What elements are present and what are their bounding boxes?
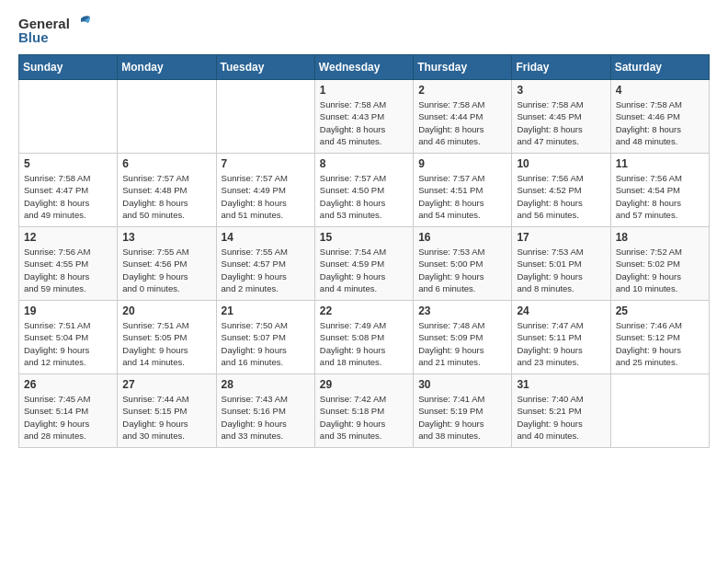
day-info: Sunrise: 7:43 AM Sunset: 5:16 PM Dayligh… (222, 393, 310, 442)
day-number: 1 (320, 84, 408, 97)
day-cell-17: 17Sunrise: 7:53 AM Sunset: 5:01 PM Dayli… (512, 227, 610, 301)
day-cell-19: 19Sunrise: 7:51 AM Sunset: 5:04 PM Dayli… (19, 301, 118, 374)
col-header-sunday: Sunday (19, 55, 118, 80)
day-cell-4: 4Sunrise: 7:58 AM Sunset: 4:46 PM Daylig… (610, 80, 709, 154)
day-info: Sunrise: 7:40 AM Sunset: 5:21 PM Dayligh… (517, 393, 605, 442)
day-cell-31: 31Sunrise: 7:40 AM Sunset: 5:21 PM Dayli… (512, 374, 610, 448)
logo-container: General Blue (18, 15, 92, 45)
day-info: Sunrise: 7:52 AM Sunset: 5:02 PM Dayligh… (616, 246, 704, 294)
day-number: 30 (418, 378, 506, 391)
day-info: Sunrise: 7:57 AM Sunset: 4:48 PM Dayligh… (122, 172, 210, 221)
day-cell-28: 28Sunrise: 7:43 AM Sunset: 5:16 PM Dayli… (216, 374, 314, 448)
day-info: Sunrise: 7:44 AM Sunset: 5:15 PM Dayligh… (122, 393, 210, 442)
day-cell-14: 14Sunrise: 7:55 AM Sunset: 4:57 PM Dayli… (216, 227, 314, 301)
header-row: SundayMondayTuesdayWednesdayThursdayFrid… (19, 55, 710, 80)
day-cell-11: 11Sunrise: 7:56 AM Sunset: 4:54 PM Dayli… (610, 154, 709, 227)
day-number: 9 (418, 157, 506, 170)
week-row-2: 5Sunrise: 7:58 AM Sunset: 4:47 PM Daylig… (19, 154, 710, 227)
day-info: Sunrise: 7:58 AM Sunset: 4:43 PM Dayligh… (320, 98, 408, 147)
week-row-4: 19Sunrise: 7:51 AM Sunset: 5:04 PM Dayli… (19, 301, 710, 374)
day-cell-6: 6Sunrise: 7:57 AM Sunset: 4:48 PM Daylig… (118, 154, 216, 227)
day-cell-22: 22Sunrise: 7:49 AM Sunset: 5:08 PM Dayli… (314, 301, 413, 374)
header: General Blue (18, 15, 710, 45)
day-cell-29: 29Sunrise: 7:42 AM Sunset: 5:18 PM Dayli… (314, 374, 413, 448)
week-row-5: 26Sunrise: 7:45 AM Sunset: 5:14 PM Dayli… (19, 374, 710, 448)
day-info: Sunrise: 7:45 AM Sunset: 5:14 PM Dayligh… (24, 393, 112, 442)
day-number: 13 (122, 231, 210, 244)
day-info: Sunrise: 7:51 AM Sunset: 5:04 PM Dayligh… (24, 319, 112, 368)
calendar-table: SundayMondayTuesdayWednesdayThursdayFrid… (18, 54, 710, 448)
day-cell-8: 8Sunrise: 7:57 AM Sunset: 4:50 PM Daylig… (314, 154, 413, 227)
day-info: Sunrise: 7:57 AM Sunset: 4:50 PM Dayligh… (320, 172, 408, 221)
day-cell-7: 7Sunrise: 7:57 AM Sunset: 4:49 PM Daylig… (216, 154, 314, 227)
logo: General Blue (18, 15, 92, 45)
logo-blue-text: Blue (18, 29, 49, 45)
day-info: Sunrise: 7:57 AM Sunset: 4:51 PM Dayligh… (418, 172, 506, 221)
day-number: 25 (616, 304, 704, 317)
day-cell-13: 13Sunrise: 7:55 AM Sunset: 4:56 PM Dayli… (118, 227, 216, 301)
day-number: 29 (320, 378, 408, 391)
day-info: Sunrise: 7:57 AM Sunset: 4:49 PM Dayligh… (222, 172, 310, 221)
day-info: Sunrise: 7:56 AM Sunset: 4:55 PM Dayligh… (24, 246, 112, 294)
day-number: 27 (122, 378, 210, 391)
day-number: 8 (320, 157, 408, 170)
day-info: Sunrise: 7:53 AM Sunset: 5:00 PM Dayligh… (418, 246, 506, 294)
day-cell-21: 21Sunrise: 7:50 AM Sunset: 5:07 PM Dayli… (216, 301, 314, 374)
day-cell-2: 2Sunrise: 7:58 AM Sunset: 4:44 PM Daylig… (414, 80, 512, 154)
day-number: 7 (222, 157, 310, 170)
col-header-tuesday: Tuesday (216, 55, 314, 80)
day-number: 28 (222, 378, 310, 391)
day-info: Sunrise: 7:56 AM Sunset: 4:52 PM Dayligh… (517, 172, 605, 221)
day-number: 6 (122, 157, 210, 170)
day-number: 10 (517, 157, 605, 170)
day-cell-26: 26Sunrise: 7:45 AM Sunset: 5:14 PM Dayli… (19, 374, 118, 448)
day-number: 14 (222, 231, 310, 244)
day-number: 24 (517, 304, 605, 317)
col-header-monday: Monday (118, 55, 216, 80)
day-info: Sunrise: 7:48 AM Sunset: 5:09 PM Dayligh… (418, 319, 506, 368)
day-cell-24: 24Sunrise: 7:47 AM Sunset: 5:11 PM Dayli… (512, 301, 610, 374)
day-number: 19 (24, 304, 112, 317)
day-cell-18: 18Sunrise: 7:52 AM Sunset: 5:02 PM Dayli… (610, 227, 709, 301)
day-number: 20 (122, 304, 210, 317)
day-info: Sunrise: 7:51 AM Sunset: 5:05 PM Dayligh… (122, 319, 210, 368)
day-info: Sunrise: 7:49 AM Sunset: 5:08 PM Dayligh… (320, 319, 408, 368)
day-cell-12: 12Sunrise: 7:56 AM Sunset: 4:55 PM Dayli… (19, 227, 118, 301)
day-cell-10: 10Sunrise: 7:56 AM Sunset: 4:52 PM Dayli… (512, 154, 610, 227)
col-header-saturday: Saturday (610, 55, 709, 80)
col-header-friday: Friday (512, 55, 610, 80)
day-info: Sunrise: 7:53 AM Sunset: 5:01 PM Dayligh… (517, 246, 605, 294)
day-number: 17 (517, 231, 605, 244)
empty-cell (216, 80, 314, 154)
day-number: 18 (616, 231, 704, 244)
day-number: 5 (24, 157, 112, 170)
day-info: Sunrise: 7:55 AM Sunset: 4:56 PM Dayligh… (122, 246, 210, 294)
day-number: 12 (24, 231, 112, 244)
empty-cell (610, 374, 709, 448)
day-info: Sunrise: 7:47 AM Sunset: 5:11 PM Dayligh… (517, 319, 605, 368)
day-info: Sunrise: 7:56 AM Sunset: 4:54 PM Dayligh… (616, 172, 704, 221)
day-cell-20: 20Sunrise: 7:51 AM Sunset: 5:05 PM Dayli… (118, 301, 216, 374)
day-number: 16 (418, 231, 506, 244)
day-cell-5: 5Sunrise: 7:58 AM Sunset: 4:47 PM Daylig… (19, 154, 118, 227)
day-number: 15 (320, 231, 408, 244)
day-info: Sunrise: 7:58 AM Sunset: 4:44 PM Dayligh… (418, 98, 506, 147)
day-info: Sunrise: 7:58 AM Sunset: 4:47 PM Dayligh… (24, 172, 112, 221)
day-info: Sunrise: 7:46 AM Sunset: 5:12 PM Dayligh… (616, 319, 704, 368)
day-cell-30: 30Sunrise: 7:41 AM Sunset: 5:19 PM Dayli… (414, 374, 512, 448)
day-cell-15: 15Sunrise: 7:54 AM Sunset: 4:59 PM Dayli… (314, 227, 413, 301)
day-info: Sunrise: 7:58 AM Sunset: 4:45 PM Dayligh… (517, 98, 605, 147)
day-number: 2 (418, 84, 506, 97)
day-number: 31 (517, 378, 605, 391)
day-number: 21 (222, 304, 310, 317)
day-number: 11 (616, 157, 704, 170)
day-cell-23: 23Sunrise: 7:48 AM Sunset: 5:09 PM Dayli… (414, 301, 512, 374)
day-number: 26 (24, 378, 112, 391)
col-header-wednesday: Wednesday (314, 55, 413, 80)
day-number: 4 (616, 84, 704, 97)
col-header-thursday: Thursday (414, 55, 512, 80)
day-number: 3 (517, 84, 605, 97)
day-info: Sunrise: 7:55 AM Sunset: 4:57 PM Dayligh… (222, 246, 310, 294)
day-cell-16: 16Sunrise: 7:53 AM Sunset: 5:00 PM Dayli… (414, 227, 512, 301)
empty-cell (19, 80, 118, 154)
